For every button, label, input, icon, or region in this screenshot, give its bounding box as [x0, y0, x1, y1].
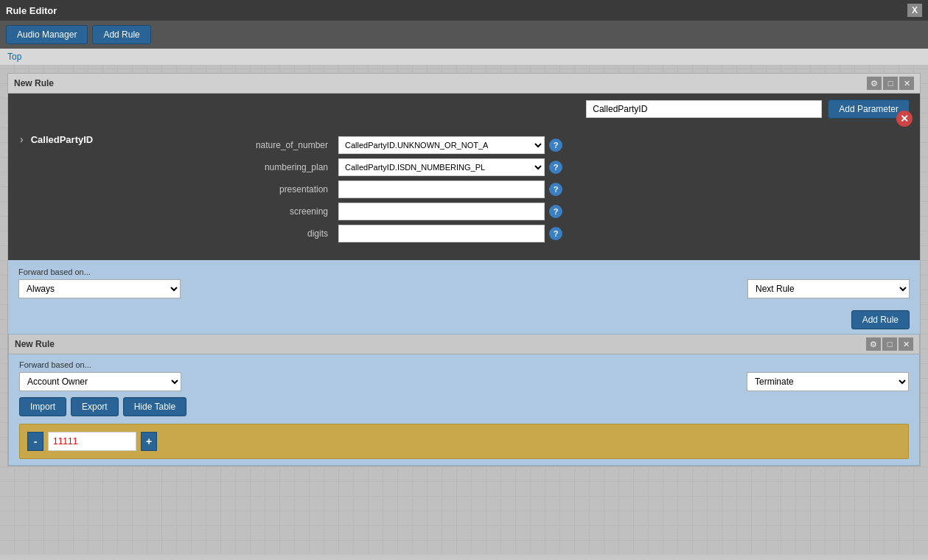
- first-panel-gear-button[interactable]: ⚙: [867, 77, 882, 90]
- decrement-button[interactable]: -: [27, 432, 43, 451]
- nature-of-number-select[interactable]: CalledPartyID.UNKNOWN_OR_NOT_A: [338, 136, 545, 154]
- breadcrumb-top-link[interactable]: Top: [7, 52, 21, 62]
- first-panel-close-button[interactable]: ✕: [899, 77, 914, 90]
- second-panel: New Rule ⚙ □ ✕ Forward based on... Alway…: [8, 334, 920, 466]
- field-value-numbering: CalledPartyID.ISDN_NUMBERING_PL ?: [338, 158, 899, 176]
- parameter-top-row: Add Parameter: [8, 94, 920, 125]
- audio-manager-button[interactable]: Audio Manager: [6, 25, 88, 44]
- field-value-nature: CalledPartyID.UNKNOWN_OR_NOT_A ?: [338, 136, 899, 154]
- second-forward-label: Forward based on...: [19, 360, 181, 369]
- counter-input[interactable]: [48, 432, 136, 451]
- nature-help-button[interactable]: ?: [549, 139, 562, 152]
- forward-left: Forward based on... Always Account Owner…: [18, 267, 181, 298]
- presentation-input[interactable]: [338, 181, 545, 198]
- add-rule-row: Add Rule: [8, 306, 920, 334]
- first-panel-controls: ⚙ □ ✕: [867, 77, 914, 90]
- rule-name: CalledPartyID: [31, 134, 119, 145]
- hide-table-button[interactable]: Hide Table: [123, 397, 186, 416]
- field-value-screening: ?: [338, 203, 899, 220]
- import-button[interactable]: Import: [19, 397, 66, 416]
- breadcrumb: Top: [0, 49, 928, 66]
- next-rule-select[interactable]: Next Rule Terminate End: [747, 279, 910, 298]
- second-forward-select[interactable]: Always Account Owner Condition: [19, 372, 181, 391]
- numbering-help-button[interactable]: ?: [549, 161, 562, 174]
- fields-grid: nature_of_number CalledPartyID.UNKNOWN_O…: [173, 132, 910, 253]
- screening-help-button[interactable]: ?: [549, 205, 562, 218]
- field-label-screening: screening: [184, 203, 338, 220]
- second-panel-title: New Rule: [15, 339, 55, 349]
- digits-help-button[interactable]: ?: [549, 227, 562, 240]
- second-panel-controls: ⚙ □ ✕: [866, 337, 913, 351]
- fields-container: nature_of_number CalledPartyID.UNKNOWN_O…: [173, 132, 910, 253]
- field-label-digits: digits: [184, 225, 338, 242]
- title-bar-title: Rule Editor: [6, 5, 57, 16]
- top-toolbar: Audio Manager Add Rule: [0, 21, 928, 49]
- second-panel-gear-button[interactable]: ⚙: [866, 337, 881, 351]
- field-label-presentation: presentation: [184, 181, 338, 198]
- first-panel-title: New Rule: [14, 78, 54, 88]
- field-label-numbering: numbering_plan: [184, 158, 338, 176]
- forward-section: Forward based on... Always Account Owner…: [8, 260, 920, 306]
- forward-label: Forward based on...: [18, 267, 181, 276]
- main-area: New Rule ⚙ □ ✕ Add Parameter › CalledPar…: [0, 66, 928, 555]
- second-panel-inner: Forward based on... Always Account Owner…: [9, 354, 919, 465]
- first-panel-header: New Rule ⚙ □ ✕: [8, 74, 920, 94]
- first-panel: New Rule ⚙ □ ✕ Add Parameter › CalledPar…: [7, 73, 921, 466]
- rule-id-section: › CalledPartyID: [18, 132, 166, 147]
- rule-dark-area: › CalledPartyID nature_of_number CalledP…: [8, 125, 920, 260]
- table-area: - +: [19, 424, 909, 459]
- field-value-presentation: ?: [338, 181, 899, 198]
- numbering-plan-select[interactable]: CalledPartyID.ISDN_NUMBERING_PL: [338, 158, 545, 176]
- title-bar: Rule Editor X: [0, 0, 928, 21]
- counter-row: - +: [27, 432, 901, 451]
- second-terminate-right: Next Rule Terminate End: [747, 372, 909, 391]
- screening-input[interactable]: [338, 203, 545, 220]
- first-panel-maximize-button[interactable]: □: [883, 77, 898, 90]
- field-label-nature: nature_of_number: [184, 136, 338, 154]
- title-bar-close-button[interactable]: X: [907, 4, 922, 17]
- terminate-select[interactable]: Next Rule Terminate End: [747, 372, 909, 391]
- second-forward-left: Forward based on... Always Account Owner…: [19, 360, 181, 391]
- forward-based-on-select[interactable]: Always Account Owner Condition: [18, 279, 181, 298]
- export-button[interactable]: Export: [71, 397, 119, 416]
- add-rule-button[interactable]: Add Rule: [851, 310, 910, 329]
- forward-right: Next Rule Terminate End: [747, 279, 910, 298]
- remove-rule-button[interactable]: ✕: [896, 111, 913, 127]
- parameter-input[interactable]: [586, 100, 822, 118]
- second-forward-row: Forward based on... Always Account Owner…: [19, 360, 909, 391]
- second-panel-maximize-button[interactable]: □: [882, 337, 897, 351]
- presentation-help-button[interactable]: ?: [549, 183, 562, 196]
- expand-arrow[interactable]: ›: [18, 132, 25, 147]
- field-value-digits: ?: [338, 225, 899, 242]
- digits-input[interactable]: [338, 225, 545, 242]
- add-rule-toolbar-button[interactable]: Add Rule: [92, 25, 150, 44]
- action-buttons: Import Export Hide Table: [19, 397, 909, 416]
- increment-button[interactable]: +: [141, 432, 157, 451]
- second-panel-close-button[interactable]: ✕: [899, 337, 913, 351]
- second-panel-header: New Rule ⚙ □ ✕: [9, 335, 919, 354]
